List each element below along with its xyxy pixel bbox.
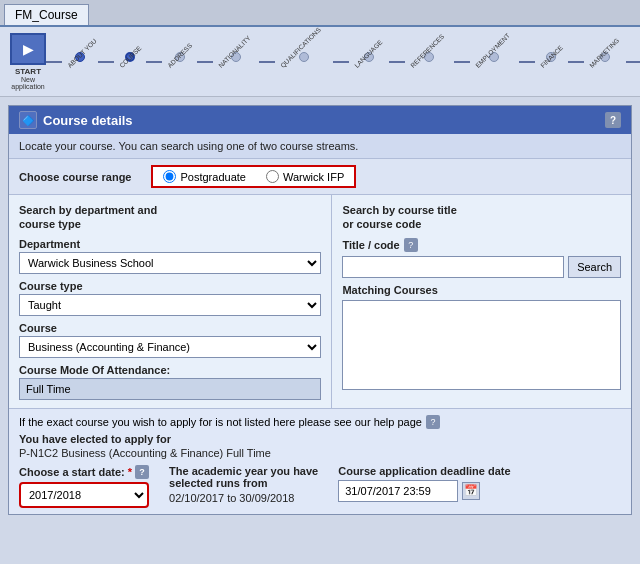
step-qualifications[interactable]: QUALIFICATIONS (275, 52, 333, 71)
course-select[interactable]: Business (Accounting & Finance) (19, 336, 321, 358)
department-label: Department (19, 238, 321, 250)
new-application-label: Newapplication (11, 76, 44, 90)
matching-courses-box (342, 300, 621, 390)
start-date-required: * (128, 466, 132, 478)
step-qualifications-label: QUALIFICATIONS (279, 26, 322, 69)
step-start[interactable]: ▶ START Newapplication (10, 33, 46, 90)
left-col-header: Search by department andcourse type (19, 203, 321, 232)
course-label: Course (19, 322, 321, 334)
step-line-2 (146, 61, 162, 63)
step-line-4 (259, 61, 275, 63)
step-language[interactable]: LANGUAGE (349, 52, 389, 71)
deadline-block: Course application deadline date 📅 (338, 465, 510, 502)
step-course[interactable]: COURSE (114, 52, 146, 71)
deadline-input[interactable] (338, 480, 458, 502)
step-line-6 (389, 61, 405, 63)
step-qualifications-dot (299, 52, 309, 62)
step-line-8 (519, 61, 535, 63)
tab-bar: FM_Course (0, 0, 640, 27)
runs-from-label: The academic year you haveselected runs … (169, 465, 318, 489)
start-label: START (15, 67, 41, 76)
fm-course-tab[interactable]: FM_Course (4, 4, 89, 25)
step-nationality-label: NATIONALITY (217, 34, 252, 69)
step-marketing-label: MARKETING (588, 37, 620, 69)
radio-warwick-ifp-input[interactable] (266, 170, 279, 183)
matching-courses-label: Matching Courses (342, 284, 621, 296)
step-course-label: COURSE (118, 44, 143, 69)
title-code-help-icon[interactable]: ? (404, 238, 418, 252)
step-line-10 (626, 61, 640, 63)
right-column: Search by course titleor course code Tit… (332, 195, 631, 408)
date-row: Choose a start date: * ? 2017/2018 2018/… (19, 465, 621, 508)
course-range-radio-group: Postgraduate Warwick IFP (151, 165, 356, 188)
elected-label: You have elected to apply for (19, 433, 621, 445)
course-range-row: Choose course range Postgraduate Warwick… (9, 159, 631, 195)
help-text: If the exact course you wish to apply fo… (19, 416, 422, 428)
two-col-layout: Search by department andcourse type Depa… (9, 195, 631, 408)
panel-title: Course details (43, 113, 133, 128)
step-line-9 (568, 61, 584, 63)
title-code-label: Title / code (342, 239, 399, 251)
title-code-header-row: Title / code ? (342, 238, 621, 252)
step-employment[interactable]: EMPLOYMENT (470, 52, 520, 71)
step-address[interactable]: ADDRESS (162, 52, 197, 71)
course-type-select[interactable]: Taught (19, 294, 321, 316)
radio-warwick-ifp[interactable]: Warwick IFP (266, 170, 344, 183)
panel-header-left: 🔷 Course details (19, 111, 133, 129)
radio-postgraduate-label: Postgraduate (180, 171, 245, 183)
step-line-3 (197, 61, 213, 63)
step-marketing[interactable]: MARKETING (584, 52, 627, 71)
start-icon: ▶ (10, 33, 46, 65)
panel-help-badge[interactable]: ? (605, 112, 621, 128)
attendance-value: Full Time (19, 378, 321, 400)
panel-header-icon: 🔷 (19, 111, 37, 129)
step-employment-label: EMPLOYMENT (474, 32, 511, 69)
attendance-label: Course Mode Of Attendance: (19, 364, 321, 376)
bottom-section: If the exact course you wish to apply fo… (9, 408, 631, 514)
step-references[interactable]: REFERENCES (405, 52, 453, 71)
progress-bar: ▶ START Newapplication ABOUT YOU COURSE … (0, 27, 640, 97)
start-date-help-icon[interactable]: ? (135, 465, 149, 479)
right-col-header: Search by course titleor course code (342, 203, 621, 232)
radio-postgraduate[interactable]: Postgraduate (163, 170, 245, 183)
search-button[interactable]: Search (568, 256, 621, 278)
radio-warwick-ifp-label: Warwick IFP (283, 171, 344, 183)
step-language-label: LANGUAGE (353, 38, 383, 68)
title-code-row: Search (342, 256, 621, 278)
deadline-wrap: 📅 (338, 480, 510, 502)
course-details-panel: 🔷 Course details ? Locate your course. Y… (8, 105, 632, 515)
panel-header: 🔷 Course details ? (9, 106, 631, 134)
deadline-label: Course application deadline date (338, 465, 510, 477)
runs-from-value: 02/10/2017 to 30/09/2018 (169, 492, 318, 504)
help-row: If the exact course you wish to apply fo… (19, 415, 621, 429)
elected-value: P-N1C2 Business (Accounting & Finance) F… (19, 447, 621, 459)
help-page-icon[interactable]: ? (426, 415, 440, 429)
step-about-you[interactable]: ABOUT YOU (62, 52, 98, 71)
step-references-label: REFERENCES (409, 33, 445, 69)
calendar-icon[interactable]: 📅 (462, 482, 480, 500)
progress-steps: ABOUT YOU COURSE ADDRESS NATIONALITY QUA (46, 52, 640, 71)
start-date-select-wrap: 2017/2018 2018/2019 (19, 482, 149, 508)
step-line-5 (333, 61, 349, 63)
step-nationality[interactable]: NATIONALITY (213, 52, 259, 71)
step-finance-label: FINANCE (539, 44, 564, 69)
left-column: Search by department andcourse type Depa… (9, 195, 332, 408)
radio-postgraduate-input[interactable] (163, 170, 176, 183)
main-content: 🔷 Course details ? Locate your course. Y… (0, 97, 640, 523)
department-select[interactable]: Warwick Business School (19, 252, 321, 274)
step-address-label: ADDRESS (166, 42, 193, 69)
runs-from-block: The academic year you haveselected runs … (169, 465, 318, 504)
step-line-0 (46, 61, 62, 63)
step-line-1 (98, 61, 114, 63)
start-date-label: Choose a start date: * ? (19, 465, 149, 479)
step-finance[interactable]: FINANCE (535, 52, 568, 71)
course-type-label: Course type (19, 280, 321, 292)
step-about-you-label: ABOUT YOU (66, 41, 94, 69)
start-date-select[interactable]: 2017/2018 2018/2019 (21, 484, 147, 506)
course-range-label: Choose course range (19, 171, 131, 183)
start-date-block: Choose a start date: * ? 2017/2018 2018/… (19, 465, 149, 508)
title-code-input[interactable] (342, 256, 564, 278)
locate-text: Locate your course. You can search using… (9, 134, 631, 159)
step-line-7 (454, 61, 470, 63)
